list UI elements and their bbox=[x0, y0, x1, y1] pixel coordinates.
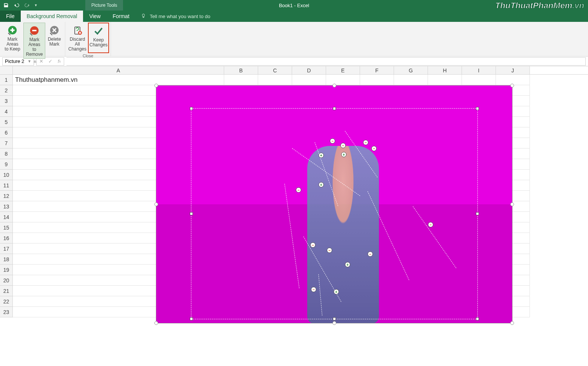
selection-handle[interactable] bbox=[332, 321, 336, 325]
select-all-corner[interactable] bbox=[0, 66, 13, 74]
column-header[interactable]: B bbox=[224, 66, 258, 74]
delete-mark-icon bbox=[49, 24, 60, 36]
selection-handle[interactable] bbox=[154, 321, 158, 325]
row-header[interactable]: 17 bbox=[0, 243, 13, 254]
row-header[interactable]: 15 bbox=[0, 222, 13, 233]
column-header[interactable]: J bbox=[496, 66, 530, 74]
cell[interactable] bbox=[462, 75, 496, 85]
row-header[interactable]: 8 bbox=[0, 149, 13, 159]
row-header[interactable]: 3 bbox=[0, 96, 13, 106]
row-header[interactable]: 9 bbox=[0, 159, 13, 170]
selection-handle[interactable] bbox=[332, 84, 336, 87]
selection-handle[interactable] bbox=[510, 321, 514, 325]
selection-handle[interactable] bbox=[510, 84, 514, 87]
formula-input[interactable] bbox=[66, 57, 586, 66]
tab-format[interactable]: Format bbox=[107, 11, 135, 22]
crop-marquee[interactable] bbox=[191, 108, 478, 319]
keep-changes-label: Keep Changes bbox=[89, 38, 108, 47]
cell[interactable] bbox=[326, 75, 360, 85]
marquee-handle[interactable] bbox=[190, 107, 193, 110]
title-bar: ▼ Picture Tools Book1 - Excel ThuThuatPh… bbox=[0, 0, 588, 11]
cell[interactable] bbox=[360, 75, 394, 85]
row-header[interactable]: 19 bbox=[0, 265, 13, 275]
window-title: Book1 - Excel bbox=[279, 3, 309, 8]
row-header[interactable]: 22 bbox=[0, 296, 13, 307]
row-header[interactable]: 2 bbox=[0, 85, 13, 96]
row-header[interactable]: 5 bbox=[0, 117, 13, 127]
marquee-handle[interactable] bbox=[476, 107, 479, 110]
save-icon[interactable] bbox=[2, 1, 11, 10]
marquee-handle[interactable] bbox=[190, 317, 193, 320]
lightbulb-icon bbox=[141, 13, 146, 20]
selection-handle[interactable] bbox=[154, 84, 158, 87]
tab-background-removal[interactable]: Background Removal bbox=[21, 11, 83, 22]
row-header[interactable]: 7 bbox=[0, 138, 13, 149]
marquee-handle[interactable] bbox=[333, 107, 336, 110]
dropdown-caret-icon[interactable]: ▼ bbox=[28, 59, 31, 63]
cell[interactable]: Thuthuatphanmem.vn bbox=[13, 75, 224, 85]
mark-areas-to-keep-button[interactable]: Mark Areas to Keep bbox=[2, 23, 23, 59]
row-header[interactable]: 12 bbox=[0, 191, 13, 201]
fx-icon[interactable]: fx bbox=[55, 58, 64, 64]
ribbon-tabs: File Background Removal View Format Tell… bbox=[0, 11, 588, 22]
column-header[interactable]: A bbox=[13, 66, 224, 74]
mark-keep-icon bbox=[7, 24, 18, 36]
mark-keep-label: Mark Areas to Keep bbox=[2, 37, 23, 52]
column-headers: ABCDEFGHIJ bbox=[0, 66, 588, 75]
delete-mark-label: Delete Mark bbox=[48, 37, 61, 47]
row-header[interactable]: 11 bbox=[0, 180, 13, 191]
row-header[interactable]: 16 bbox=[0, 233, 13, 243]
keep-changes-button[interactable]: Keep Changes bbox=[88, 23, 109, 53]
group-close: Discard All Changes Keep Changes Close bbox=[65, 22, 111, 56]
grid-row: 1Thuthuatphanmem.vn bbox=[0, 75, 588, 85]
qat-customize-icon[interactable]: ▼ bbox=[33, 1, 38, 10]
row-header[interactable]: 6 bbox=[0, 127, 13, 138]
tell-me-placeholder: Tell me what you want to do bbox=[150, 14, 210, 19]
mark-areas-to-remove-button[interactable]: Mark Areas to Remove bbox=[23, 23, 45, 59]
marquee-handle[interactable] bbox=[476, 212, 479, 215]
discard-all-changes-button[interactable]: Discard All Changes bbox=[67, 23, 88, 53]
row-header[interactable]: 23 bbox=[0, 307, 13, 317]
tab-view[interactable]: View bbox=[83, 11, 106, 22]
delete-mark-button[interactable]: Delete Mark bbox=[45, 23, 63, 59]
row-header[interactable]: 1 bbox=[0, 75, 13, 85]
tab-file[interactable]: File bbox=[0, 11, 21, 22]
name-box-value: Picture 2 bbox=[5, 58, 24, 64]
row-header[interactable]: 14 bbox=[0, 212, 13, 222]
cell[interactable] bbox=[224, 75, 258, 85]
column-header[interactable]: C bbox=[258, 66, 292, 74]
row-header[interactable]: 21 bbox=[0, 286, 13, 296]
selection-handle[interactable] bbox=[510, 202, 514, 206]
marquee-handle[interactable] bbox=[333, 317, 336, 320]
cell[interactable] bbox=[258, 75, 292, 85]
column-header[interactable]: G bbox=[394, 66, 428, 74]
column-header[interactable]: D bbox=[292, 66, 326, 74]
cell[interactable] bbox=[394, 75, 428, 85]
cell[interactable] bbox=[292, 75, 326, 85]
formula-bar-row: Picture 2 ▼ ✕ ✓ fx bbox=[0, 57, 588, 66]
row-header[interactable]: 20 bbox=[0, 275, 13, 286]
picture-content: ––++–––+––+––+– bbox=[156, 86, 512, 323]
column-header[interactable]: I bbox=[462, 66, 496, 74]
marquee-handle[interactable] bbox=[190, 212, 193, 215]
row-header[interactable]: 13 bbox=[0, 201, 13, 212]
column-header[interactable]: F bbox=[360, 66, 394, 74]
undo-icon[interactable] bbox=[12, 1, 21, 10]
keep-changes-icon bbox=[93, 25, 104, 37]
column-header[interactable]: H bbox=[428, 66, 462, 74]
tell-me-search[interactable]: Tell me what you want to do bbox=[135, 11, 215, 22]
discard-label: Discard All Changes bbox=[68, 37, 87, 52]
row-header[interactable]: 18 bbox=[0, 254, 13, 265]
redo-icon[interactable] bbox=[23, 1, 32, 10]
column-header[interactable]: E bbox=[326, 66, 360, 74]
marquee-handle[interactable] bbox=[476, 317, 479, 320]
selected-picture[interactable]: ––++–––+––+––+– bbox=[156, 85, 513, 323]
picture-tools-context-tab: Picture Tools bbox=[85, 0, 123, 11]
enter-formula-icon[interactable]: ✓ bbox=[46, 58, 55, 64]
row-header[interactable]: 10 bbox=[0, 170, 13, 180]
cell[interactable] bbox=[428, 75, 462, 85]
selection-handle[interactable] bbox=[154, 202, 158, 206]
cancel-formula-icon[interactable]: ✕ bbox=[37, 58, 46, 64]
mark-remove-icon bbox=[29, 25, 40, 37]
row-header[interactable]: 4 bbox=[0, 106, 13, 117]
